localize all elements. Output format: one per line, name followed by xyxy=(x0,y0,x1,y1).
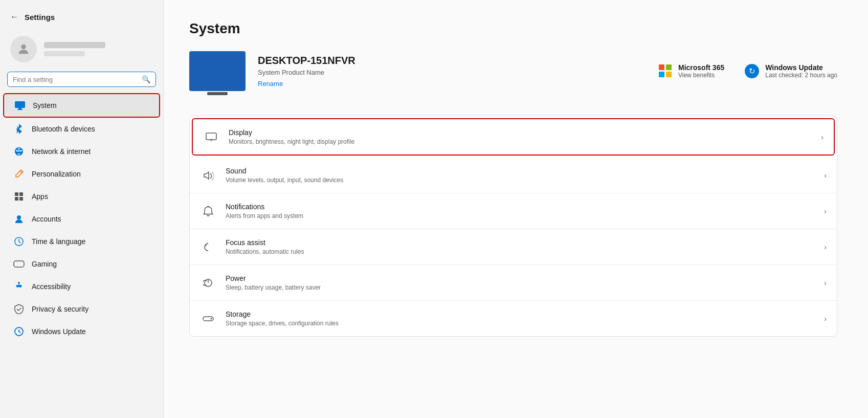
svg-point-8 xyxy=(17,215,21,219)
display-desc: Monitors, brightness, night light, displ… xyxy=(229,138,812,145)
sound-chevron: › xyxy=(824,171,827,180)
svg-rect-6 xyxy=(15,197,18,201)
sidebar-item-privacy-label: Privacy & security xyxy=(32,305,88,313)
storage-title: Storage xyxy=(226,310,815,318)
settings-item-power[interactable]: Power Sleep, battery usage, battery save… xyxy=(190,265,837,301)
svg-rect-2 xyxy=(18,108,21,109)
ms365-sub: View benefits xyxy=(678,72,724,79)
sidebar-item-windows-update[interactable]: Windows Update xyxy=(3,320,160,343)
sidebar-item-time[interactable]: Time & language xyxy=(3,230,160,253)
storage-desc: Storage space, drives, configuration rul… xyxy=(226,320,815,327)
settings-item-display[interactable]: Display Monitors, brightness, night ligh… xyxy=(192,118,835,156)
sound-text: Sound Volume levels, output, input, soun… xyxy=(226,167,815,184)
settings-item-storage[interactable]: Storage Storage space, drives, configura… xyxy=(190,301,837,336)
sidebar-item-accounts[interactable]: Accounts xyxy=(3,208,160,230)
user-section[interactable] xyxy=(0,30,163,72)
notifications-title: Notifications xyxy=(226,203,815,211)
pc-name: DESKTOP-151NFVR xyxy=(258,55,647,67)
sidebar-item-accounts-label: Accounts xyxy=(32,215,61,223)
sidebar-item-accessibility[interactable]: Accessibility xyxy=(3,275,160,298)
sidebar-item-system[interactable]: System xyxy=(3,93,160,118)
sidebar-item-accessibility-label: Accessibility xyxy=(32,282,71,291)
main-content: System DESKTOP-151NFVR System Product Na… xyxy=(164,0,868,418)
windows-update-icon: ↻ xyxy=(745,64,759,78)
pc-product-name: System Product Name xyxy=(258,69,647,76)
pc-info: DESKTOP-151NFVR System Product Name Rena… xyxy=(258,55,647,87)
ms365-label: Microsoft 365 xyxy=(678,63,724,72)
search-box[interactable]: 🔍 xyxy=(7,72,156,87)
app-title: Settings xyxy=(25,13,55,21)
windows-update-action[interactable]: ↻ Windows Update Last checked: 2 hours a… xyxy=(745,63,837,79)
computer-card: DESKTOP-151NFVR System Product Name Rena… xyxy=(189,51,837,101)
focus-text: Focus assist Notifications, automatic ru… xyxy=(226,238,815,255)
network-icon xyxy=(13,146,25,157)
settings-item-focus[interactable]: Focus assist Notifications, automatic ru… xyxy=(190,229,837,265)
sidebar-item-bluetooth-label: Bluetooth & devices xyxy=(32,125,95,133)
page-title: System xyxy=(189,20,837,37)
accessibility-icon xyxy=(13,281,25,292)
sidebar-item-apps[interactable]: Apps xyxy=(3,185,160,208)
sidebar-item-windows-update-label: Windows Update xyxy=(32,327,86,336)
svg-rect-3 xyxy=(17,109,23,110)
focus-chevron: › xyxy=(824,243,827,251)
svg-point-0 xyxy=(21,45,26,49)
search-icon: 🔍 xyxy=(142,75,150,83)
search-input[interactable] xyxy=(13,76,138,83)
display-text: Display Monitors, brightness, night ligh… xyxy=(229,128,812,145)
sidebar-item-privacy[interactable]: Privacy & security xyxy=(3,298,160,320)
avatar xyxy=(10,36,37,62)
notifications-text: Notifications Alerts from apps and syste… xyxy=(226,203,815,219)
rename-link[interactable]: Rename xyxy=(258,80,283,87)
sidebar-item-apps-label: Apps xyxy=(32,192,48,201)
power-chevron: › xyxy=(824,279,827,287)
notifications-icon xyxy=(200,203,216,219)
update-icon xyxy=(13,326,25,337)
svg-rect-12 xyxy=(206,133,216,140)
ms365-action[interactable]: Microsoft 365 View benefits xyxy=(659,63,724,79)
privacy-icon xyxy=(13,303,25,315)
sidebar-header: ← Settings xyxy=(0,8,163,30)
power-title: Power xyxy=(226,274,815,282)
card-actions: Microsoft 365 View benefits ↻ Windows Up… xyxy=(659,63,837,79)
apps-icon xyxy=(13,191,25,202)
power-desc: Sleep, battery usage, battery saver xyxy=(226,284,815,291)
bluetooth-icon xyxy=(13,123,25,135)
settings-list: Display Monitors, brightness, night ligh… xyxy=(189,116,837,337)
notifications-chevron: › xyxy=(824,207,827,215)
user-icon xyxy=(16,42,31,56)
ms365-icon xyxy=(659,64,672,78)
sidebar: ← Settings 🔍 System xyxy=(0,0,164,418)
windows-update-label: Windows Update xyxy=(765,63,837,72)
sidebar-item-system-label: System xyxy=(33,101,57,109)
svg-rect-4 xyxy=(15,192,18,196)
ms365-text: Microsoft 365 View benefits xyxy=(678,63,724,79)
sound-icon xyxy=(200,167,216,184)
svg-point-16 xyxy=(211,318,212,319)
accounts-icon xyxy=(13,213,25,225)
settings-item-sound[interactable]: Sound Volume levels, output, input, soun… xyxy=(190,158,837,193)
settings-item-notifications[interactable]: Notifications Alerts from apps and syste… xyxy=(190,193,837,229)
sidebar-item-bluetooth[interactable]: Bluetooth & devices xyxy=(3,118,160,140)
display-chevron: › xyxy=(821,133,824,141)
display-icon xyxy=(203,129,219,145)
sidebar-item-gaming-label: Gaming xyxy=(32,260,57,268)
svg-rect-5 xyxy=(19,192,23,196)
time-icon xyxy=(13,236,25,247)
svg-rect-1 xyxy=(15,101,25,108)
user-info xyxy=(44,42,105,56)
sidebar-item-gaming[interactable]: Gaming xyxy=(3,253,160,275)
system-icon xyxy=(14,100,26,111)
power-text: Power Sleep, battery usage, battery save… xyxy=(226,274,815,291)
sidebar-item-personalization[interactable]: Personalization xyxy=(3,163,160,185)
svg-point-10 xyxy=(18,282,20,284)
windows-update-sub: Last checked: 2 hours ago xyxy=(765,72,837,79)
svg-rect-7 xyxy=(19,197,23,201)
sidebar-item-network[interactable]: Network & internet xyxy=(3,140,160,163)
storage-icon xyxy=(200,311,216,327)
user-sub xyxy=(44,51,85,56)
windows-update-text: Windows Update Last checked: 2 hours ago xyxy=(765,63,837,79)
back-button[interactable]: ← xyxy=(10,12,18,21)
pc-image xyxy=(189,51,246,91)
sidebar-item-personalization-label: Personalization xyxy=(32,170,81,178)
sidebar-item-network-label: Network & internet xyxy=(32,147,91,156)
